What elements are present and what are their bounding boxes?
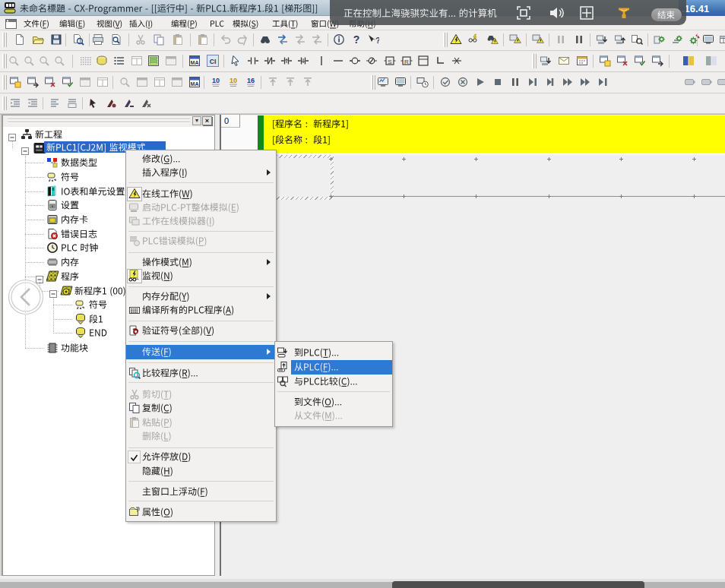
svg-text:MA: MA (191, 81, 199, 87)
svg-text:16: 16 (247, 77, 255, 84)
svg-text:CI: CI (210, 58, 217, 65)
svg-text:MA: MA (191, 60, 199, 65)
svg-text:R: R (404, 58, 409, 65)
svg-text:S: S (388, 58, 391, 65)
svg-text:10: 10 (212, 77, 220, 84)
svg-text:?: ? (375, 36, 379, 45)
svg-text:10: 10 (230, 77, 237, 84)
svg-text:?: ? (353, 33, 360, 46)
